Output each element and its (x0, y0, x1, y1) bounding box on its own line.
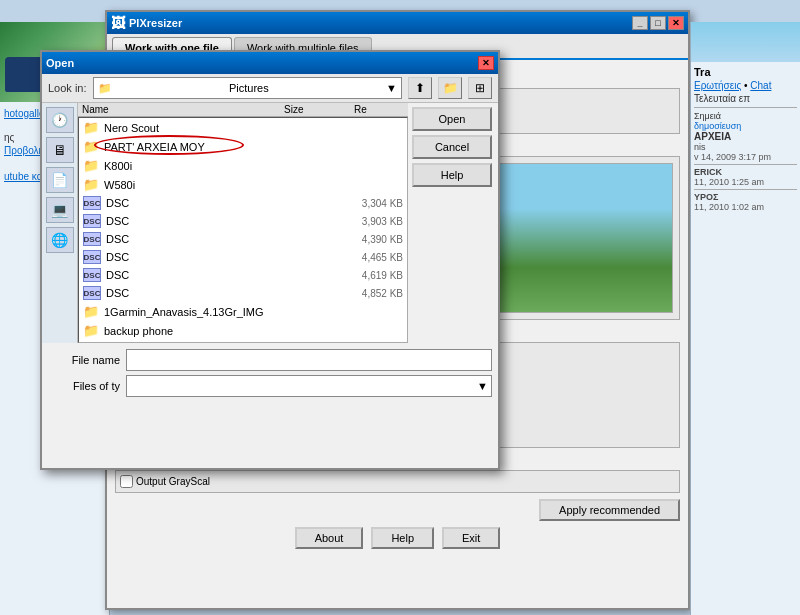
file-type-icon: DSC (83, 196, 101, 210)
dialog-title-text: Open (46, 57, 74, 69)
date1-label: v 14, 2009 3:17 pm (694, 152, 797, 162)
date3-label: 11, 2010 1:02 am (694, 202, 797, 212)
dialog-close-button[interactable]: ✕ (478, 56, 494, 70)
dialog-help-button[interactable]: Help (412, 163, 492, 187)
file-item-dsc-6[interactable]: DSC DSC 4,852 KB (79, 284, 407, 302)
file-item-w580i[interactable]: 📁 W580i (79, 175, 407, 194)
folder-icon: 📁 (83, 323, 99, 338)
open-button[interactable]: Open (412, 107, 492, 131)
view-toggle-button[interactable]: ⊞ (468, 77, 492, 99)
col-name-header: Name (82, 104, 284, 115)
dialog-body: 🕐 🖥 📄 💻 🌐 Name Size Re 📁 Nero Scout (42, 103, 498, 343)
sidebar-greek-text: ης (4, 132, 14, 143)
file-item-k800i[interactable]: 📁 K800i (79, 156, 407, 175)
window-controls: _ □ ✕ (632, 16, 684, 30)
minimize-button[interactable]: _ (632, 16, 648, 30)
cancel-button[interactable]: Cancel (412, 135, 492, 159)
file-list-panel[interactable]: 📁 Nero Scout 📁 PART' ARXEIA MOY 📁 K800i … (78, 117, 408, 343)
new-folder-button[interactable]: 📁 (438, 77, 462, 99)
nis-label: nis (694, 142, 797, 152)
erick-label: ERICK (694, 167, 797, 177)
dialog-left-panel: 🕐 🖥 📄 💻 🌐 (42, 103, 78, 343)
dialog-right-panel: Open Cancel Help (408, 103, 498, 343)
open-dialog: Open ✕ Look in: 📁 Pictures ▼ ⬆ 📁 ⊞ 🕐 🖥 📄… (40, 50, 500, 470)
erotiseis-link[interactable]: Ερωτήσεις (694, 80, 741, 91)
grayscale-checkbox-row[interactable]: Output GrayScal (120, 475, 675, 488)
window-title-text: PIXresizer (129, 17, 182, 29)
file-type-combo[interactable]: ▼ (126, 375, 492, 397)
file-item-garmin[interactable]: 📁 1Garmin_Anavasis_4.13Gr_IMG (79, 302, 407, 321)
file-item-part-arxeia[interactable]: 📁 PART' ARXEIA MOY (79, 137, 407, 156)
right-sidebar-header-image (691, 22, 800, 62)
dimosieusi-link[interactable]: δημοσίευση (694, 121, 797, 131)
folder-icon: 📁 (83, 139, 99, 154)
maximize-button[interactable]: □ (650, 16, 666, 30)
dialog-toolbar: Look in: 📁 Pictures ▼ ⬆ 📁 ⊞ (42, 74, 498, 103)
file-item-nero-scout[interactable]: 📁 Nero Scout (79, 118, 407, 137)
look-in-dropdown-icon: ▼ (386, 82, 397, 94)
file-item-dsc-3[interactable]: DSC DSC 4,390 KB (79, 230, 407, 248)
file-item-clean[interactable]: 📁 clean (79, 340, 407, 343)
file-item-dsc-1[interactable]: DSC DSC 3,304 KB (79, 194, 407, 212)
chat-link[interactable]: Chat (750, 80, 771, 91)
col-res-header: Re (354, 104, 404, 115)
recent-docs-button[interactable]: 🕐 (46, 107, 74, 133)
my-docs-button[interactable]: 📄 (46, 167, 74, 193)
look-in-combo[interactable]: 📁 Pictures ▼ (93, 77, 402, 99)
folder-icon: 📁 (83, 158, 99, 173)
my-computer-button[interactable]: 💻 (46, 197, 74, 223)
erotiseis-label: Ερωτήσεις • Chat (694, 80, 797, 91)
arxeia-label: ΑΡΧΕΙΑ (694, 131, 797, 142)
folder-icon: 📁 (83, 342, 99, 343)
grayscale-label: Output GrayScal (136, 476, 210, 487)
folder-icon: 📁 (83, 304, 99, 319)
dialog-bottom: File name Files of ty ▼ (42, 343, 498, 403)
file-type-icon: DSC (83, 250, 101, 264)
look-in-value: Pictures (229, 82, 269, 94)
file-type-icon: DSC (83, 268, 101, 282)
file-item-dsc-2[interactable]: DSC DSC 3,903 KB (79, 212, 407, 230)
up-folder-button[interactable]: ⬆ (408, 77, 432, 99)
file-item-dsc-5[interactable]: DSC DSC 4,619 KB (79, 266, 407, 284)
teleutaia-label: Τελευταία επ (694, 93, 797, 104)
desktop-button[interactable]: 🖥 (46, 137, 74, 163)
right-sidebar: Tra Ερωτήσεις • Chat Τελευταία επ Σημειά… (690, 22, 800, 615)
file-item-dsc-4[interactable]: DSC DSC 4,465 KB (79, 248, 407, 266)
yros-label: ΥΡΟΣ (694, 192, 797, 202)
about-button[interactable]: About (295, 527, 364, 549)
grayscale-checkbox[interactable] (120, 475, 133, 488)
col-size-header: Size (284, 104, 354, 115)
look-in-label: Look in: (48, 82, 87, 94)
date2-label: 11, 2010 1:25 am (694, 177, 797, 187)
file-type-icon: DSC (83, 214, 101, 228)
window-title-group: 🖼 PIXresizer (111, 15, 182, 31)
exit-button[interactable]: Exit (442, 527, 500, 549)
folder-icon: 📁 (83, 177, 99, 192)
file-type-row: Files of ty ▼ (48, 375, 492, 397)
folder-icon: 📁 (83, 120, 99, 135)
close-button[interactable]: ✕ (668, 16, 684, 30)
simeiosi-label: Σημειά (694, 111, 797, 121)
apply-recommended-button[interactable]: Apply recommended (539, 499, 680, 521)
tra-label: Tra (694, 66, 797, 78)
file-name-row: File name (48, 349, 492, 371)
network-button[interactable]: 🌐 (46, 227, 74, 253)
files-of-type-label: Files of ty (48, 380, 120, 392)
help-button[interactable]: Help (371, 527, 434, 549)
dialog-titlebar: Open ✕ (42, 52, 498, 74)
file-name-input[interactable] (126, 349, 492, 371)
file-item-backup[interactable]: 📁 backup phone (79, 321, 407, 340)
file-type-icon: DSC (83, 232, 101, 246)
file-type-icon: DSC (83, 286, 101, 300)
window-titlebar: 🖼 PIXresizer _ □ ✕ (107, 12, 688, 34)
file-name-label: File name (48, 354, 120, 366)
file-list-header: Name Size Re (78, 103, 408, 117)
